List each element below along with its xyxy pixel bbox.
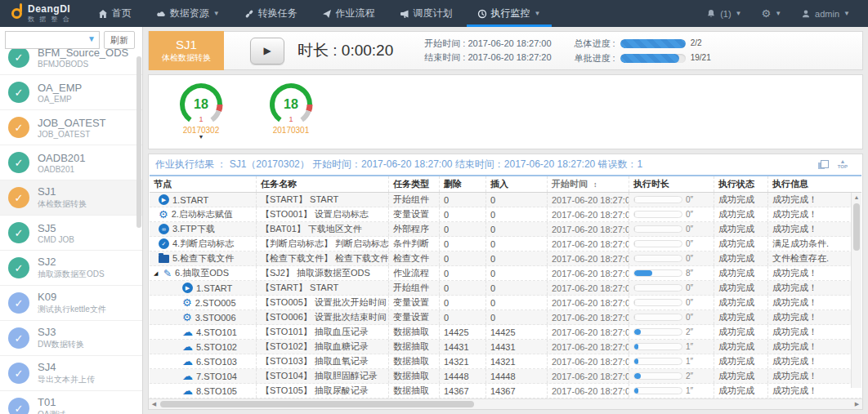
menu-item-execution-monitor[interactable]: 执行监控 ▼ bbox=[465, 0, 553, 27]
col-info[interactable]: 执行信息 bbox=[767, 176, 844, 192]
run-job-button[interactable]: ▶ bbox=[250, 38, 284, 65]
menu-item-schedule-plan[interactable]: 调度计划 bbox=[387, 0, 465, 27]
brand-logo-icon bbox=[11, 8, 22, 19]
table-vertical-scrollbar[interactable]: ▲ bbox=[851, 193, 861, 388]
expand-caret-icon[interactable]: ◢ bbox=[154, 270, 160, 277]
notifications-button[interactable]: (1) ▼ bbox=[696, 9, 751, 19]
user-menu[interactable]: admin ▼ bbox=[791, 9, 860, 19]
sidebar-job-item[interactable]: ✓ OADB201 OADB201 bbox=[0, 145, 142, 180]
copy-icon[interactable] bbox=[818, 160, 828, 170]
menu-item-transform-tasks[interactable]: 转换任务 bbox=[232, 0, 310, 27]
deleted-count-cell: 0 bbox=[439, 310, 485, 324]
info-cell: 成功完成！ bbox=[767, 222, 844, 236]
job-item-subtitle: OA测试 bbox=[38, 409, 65, 414]
node-label: 2.STO005 bbox=[195, 298, 236, 308]
table-row[interactable]: ▶ 1.START 【START】 START 开始组件 0 0 2017-06… bbox=[150, 193, 861, 207]
duration-bar bbox=[633, 343, 682, 350]
deleted-count-cell: 14448 bbox=[439, 369, 485, 383]
sidebar-scrollbar[interactable] bbox=[136, 56, 141, 228]
table-row[interactable]: ✓ 4.判断启动标志 【判断启动标志】 判断启动标志 条件判断 0 0 2017… bbox=[150, 237, 861, 252]
table-row[interactable]: ☁ 8.STO105 【STO105】 抽取尿酸记录 数据抽取 14367 14… bbox=[150, 384, 861, 398]
menu-item-data-resources[interactable]: 数据资源 ▼ bbox=[144, 0, 232, 27]
sidebar-job-item[interactable]: ✓ T01 OA测试 bbox=[0, 391, 142, 414]
main-menu: 首页 数据资源 ▼ 转换任务 作业流程 调度计划 执行监控 ▼ bbox=[86, 0, 553, 27]
start-time-cell: 2017-06-20 18:27:00 bbox=[547, 193, 629, 207]
table-row[interactable]: ☁ 5.STO102 【STO102】 抽取血糖记录 数据抽取 14431 14… bbox=[150, 340, 861, 354]
cloud-download-icon: ☁ bbox=[182, 385, 193, 397]
table-row[interactable]: 5.检查下载文件 【检查下载文件】 检查下载文件 检查文件 0 0 2017-0… bbox=[150, 252, 861, 266]
table-row[interactable]: ☁ 6.STO103 【STO103】 抽取血氧记录 数据抽取 14321 14… bbox=[150, 354, 861, 369]
menu-label: 调度计划 bbox=[414, 7, 453, 20]
node-label: 5.检查下载文件 bbox=[172, 252, 234, 265]
duration-value: 2″ bbox=[686, 372, 693, 381]
col-node[interactable]: 节点 bbox=[150, 176, 256, 192]
col-duration[interactable]: 执行时长 bbox=[629, 176, 714, 192]
sidebar-job-item[interactable]: ✓ SJ1 体检数据转换 bbox=[0, 180, 142, 216]
job-filter-select[interactable]: ▼ bbox=[5, 31, 100, 49]
sidebar-job-item[interactable]: ✓ K09 测试执行kettle文件 bbox=[0, 286, 142, 321]
node-label: 6.STO103 bbox=[196, 357, 237, 367]
col-status[interactable]: 执行状态 bbox=[714, 176, 767, 192]
scroll-left-icon[interactable]: ◀ bbox=[149, 401, 159, 407]
link-icon bbox=[244, 9, 254, 19]
sidebar-job-item[interactable]: ✓ SJ5 CMD JOB bbox=[0, 216, 142, 251]
sort-icon[interactable]: ↕ bbox=[593, 180, 597, 189]
inserted-count-cell: 0 bbox=[485, 237, 547, 251]
horizontal-scroll-thumb[interactable] bbox=[160, 401, 474, 407]
start-time-cell: 2017-06-20 18:27:01 bbox=[547, 325, 629, 339]
start-time-cell: 2017-06-20 18:27:04 bbox=[547, 354, 629, 368]
caret-down-icon: ▼ bbox=[535, 10, 541, 17]
task-type-cell: 数据抽取 bbox=[388, 369, 439, 383]
brand-logo[interactable]: DeangDI 数 据 整 合 bbox=[0, 0, 86, 27]
menu-item-home[interactable]: 首页 bbox=[86, 0, 144, 27]
deleted-count-cell: 14425 bbox=[439, 325, 485, 339]
duration-cell: 2″ bbox=[629, 369, 714, 383]
table-row[interactable]: ⚙ 2.STO005 【STO005】 设置批次开始时间 变量设置 0 0 20… bbox=[150, 296, 861, 310]
duration-cell: 8″ bbox=[629, 266, 714, 280]
start-time-cell: 2017-06-20 18:27:05 bbox=[547, 369, 629, 383]
table-row[interactable]: ☁ 7.STO104 【STO104】 抽取胆固醇记录 数据抽取 14448 1… bbox=[150, 369, 861, 384]
status-check-icon: ✓ bbox=[8, 47, 29, 68]
col-task-type[interactable]: 任务类型 bbox=[388, 176, 439, 192]
chevron-down-icon: ▼ bbox=[87, 34, 96, 43]
gauge-run-20170301[interactable]: 18 1 20170301 bbox=[252, 80, 330, 149]
gauge-run-20170302[interactable]: 18 1 20170302 ▼ bbox=[162, 80, 240, 149]
scroll-up-icon[interactable]: ▲ bbox=[852, 193, 861, 203]
table-row[interactable]: ⚙ 3.STO006 【STO006】 设置批次结束时间 变量设置 0 0 20… bbox=[150, 310, 861, 325]
info-cell: 成功完成！ bbox=[767, 310, 844, 324]
sidebar-job-item[interactable]: ✓ JOB_OATEST JOB_OATEST bbox=[0, 110, 142, 145]
table-row[interactable]: ◢ ✎ 6.抽取至ODS 【SJ2】 抽取源数据至ODS 作业流程 0 0 20… bbox=[150, 266, 861, 281]
col-start-time[interactable]: 开始时间↕ bbox=[547, 176, 629, 192]
sidebar-job-item[interactable]: ✓ SJ3 DW数据转换 bbox=[0, 321, 142, 356]
table-row[interactable]: ⚙ 2.启动标志赋值 【STO001】 设置启动标志 变量设置 0 0 2017… bbox=[150, 207, 861, 222]
back-to-top-icon[interactable]: ▲TOP bbox=[838, 159, 848, 170]
sidebar-job-item[interactable]: ✓ SJ4 导出文本并上传 bbox=[0, 356, 142, 391]
scroll-right-icon[interactable]: ▶ bbox=[852, 401, 862, 407]
task-type-cell: 数据抽取 bbox=[388, 354, 439, 368]
table-row[interactable]: ∞ 3.FTP下载 【BAT01】 下载地区文件 外部程序 0 0 2017-0… bbox=[150, 222, 861, 237]
sidebar-job-item[interactable]: ✓ OA_EMP OA_EMP bbox=[0, 75, 142, 110]
col-inserted[interactable]: 插入 bbox=[485, 176, 547, 192]
duration-bar bbox=[633, 372, 682, 380]
info-cell: 满足成功条件. bbox=[767, 237, 844, 251]
table-row[interactable]: ☁ 4.STO101 【STO101】 抽取血压记录 数据抽取 14425 14… bbox=[150, 325, 861, 340]
job-times: 开始时间 : 2017-06-20 18:27:00 结束时间 : 2017-0… bbox=[424, 37, 551, 65]
table-horizontal-scrollbar[interactable]: ◀ ▶ bbox=[149, 398, 862, 409]
navbar-right: (1) ▼ ⚙ ▼ admin ▼ bbox=[696, 0, 868, 27]
task-name-cell: 【STO006】 设置批次结束时间 bbox=[256, 310, 388, 324]
col-task-name[interactable]: 任务名称 bbox=[256, 176, 388, 192]
settings-button[interactable]: ⚙ ▼ bbox=[752, 7, 792, 20]
job-code: SJ1 bbox=[176, 38, 197, 51]
duration-bar bbox=[633, 328, 682, 336]
menu-item-job-flow[interactable]: 作业流程 bbox=[310, 0, 387, 27]
table-row[interactable]: ▶ 1.START 【START】 START 开始组件 0 0 2017-06… bbox=[150, 281, 861, 296]
task-name-cell: 【判断启动标志】 判断启动标志 bbox=[256, 237, 388, 251]
job-item-title: OADB201 bbox=[38, 152, 86, 164]
gauge-date-label[interactable]: 20170301 bbox=[252, 126, 330, 135]
node-label: 6.抽取至ODS bbox=[175, 267, 229, 279]
task-type-cell: 变量设置 bbox=[388, 310, 439, 324]
start-time-cell: 2017-06-20 18:27:01 bbox=[547, 296, 629, 309]
vertical-scroll-thumb[interactable] bbox=[853, 203, 860, 251]
col-deleted[interactable]: 删除 bbox=[439, 176, 485, 192]
sidebar-job-item[interactable]: ✓ SJ2 抽取源数据至ODS bbox=[0, 251, 142, 286]
